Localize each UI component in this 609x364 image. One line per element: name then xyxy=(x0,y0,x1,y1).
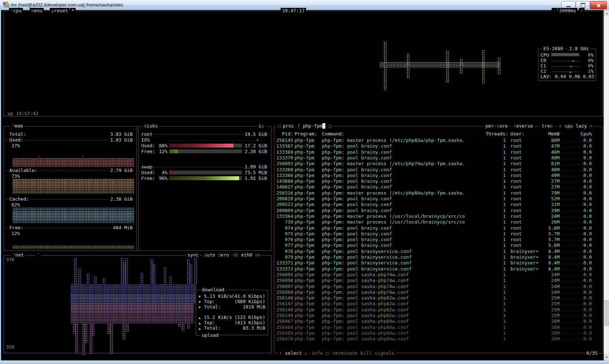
cell-pid: 256149 xyxy=(276,313,293,318)
col-mem[interactable]: MemB xyxy=(538,131,560,137)
cell-cmd: php-fpm: pool sasha-php74w.conf xyxy=(322,272,409,278)
process-row[interactable]: 256468php-fpmphp-fpm: pool sasha-php84w.… xyxy=(274,325,603,330)
process-row[interactable]: 739php-fpmphp-fpm: master process (/usr/… xyxy=(274,219,603,225)
cell-cpu: 0.0 xyxy=(576,272,592,278)
process-row[interactable]: 143688php-fpmphp-fpm: pool brainy.conf1r… xyxy=(274,178,603,184)
process-row[interactable]: 200523php-fpmphp-fpm: pool brainy.conf1r… xyxy=(274,202,603,207)
process-row[interactable]: 200810php-fpmphp-fpm: pool brainy.conf1r… xyxy=(274,196,603,202)
process-row[interactable]: 256096php-fpmphp-fpm: pool sasha-php74w.… xyxy=(274,278,603,283)
cell-thr: 1 xyxy=(486,173,506,178)
col-user[interactable]: User: xyxy=(510,131,524,137)
process-row[interactable]: 256097php-fpmphp-fpm: pool sasha-php74w.… xyxy=(274,284,603,289)
tree-toggle[interactable]: tree xyxy=(540,123,554,129)
disk-root-free-row: Free: 12% 2.38 GiB xyxy=(139,149,271,154)
process-row[interactable]: 256098php-fpmphp-fpm: pool sasha-php74w.… xyxy=(274,289,603,295)
cell-thr: 1 xyxy=(486,155,506,161)
terminate-action[interactable]: terminate xyxy=(331,350,359,356)
process-row[interactable]: 133369php-fpmphp-fpm: pool brainy.conf1r… xyxy=(274,149,603,155)
cell-cpu: 0.0 xyxy=(576,249,592,254)
process-row[interactable]: 975php-fpmphp-fpm: pool brainy.conf1root… xyxy=(274,231,603,237)
cell-pid: 975 xyxy=(276,231,293,237)
select-up-arrow[interactable]: ↑ xyxy=(278,350,284,356)
process-row[interactable]: 977php-fpmphp-fpm: pool brainy.conf1root… xyxy=(274,243,603,248)
tab-disks[interactable]: disks xyxy=(142,123,159,129)
tab-cpu[interactable]: ¹cpu xyxy=(9,8,23,14)
graph-dots xyxy=(13,187,134,194)
process-row[interactable]: 133372php-fpmphp-fpm: pool brainyservice… xyxy=(274,266,603,272)
interval-decrease-button[interactable]: - xyxy=(552,8,557,14)
process-row[interactable]: 978php-fpmphp-fpm: pool brainyservice.co… xyxy=(274,249,603,254)
close-button[interactable] xyxy=(590,1,607,9)
select-down-arrow[interactable]: ↓ xyxy=(303,350,309,356)
cell-cmd: php-fpm: pool brainy.conf xyxy=(322,167,392,173)
scroll-up-button[interactable]: ▲ xyxy=(604,10,609,16)
process-row[interactable]: 256149php-fpmphp-fpm: pool sasha-php82w.… xyxy=(274,313,603,318)
process-row[interactable]: 133366php-fpmphp-fpm: pool brainy.conf1r… xyxy=(274,173,603,178)
process-row[interactable]: 200809php-fpmphp-fpm: pool brainy.conf1r… xyxy=(274,208,603,214)
process-row[interactable]: 133371php-fpmphp-fpm: pool brainyservice… xyxy=(274,260,603,266)
disk-io-marker xyxy=(257,139,258,140)
process-row[interactable]: 133367php-fpmphp-fpm: pool brainy.conf1r… xyxy=(274,143,603,149)
tab-io[interactable]: io xyxy=(257,123,266,129)
menu-button[interactable]: menu xyxy=(30,8,44,14)
col-pid[interactable]: Pid: xyxy=(276,131,293,137)
graph-dots xyxy=(74,258,77,284)
tab-proc[interactable]: proc xyxy=(281,123,295,129)
process-row[interactable]: 256316php-fpmphp-fpm: master process (/e… xyxy=(274,190,603,196)
signals-action[interactable]: signals xyxy=(373,350,396,356)
scroll-down-button[interactable]: ▼ xyxy=(604,354,609,360)
cell-mem: 25M xyxy=(538,307,560,313)
preset-button[interactable]: preset xyxy=(50,8,70,14)
process-row[interactable]: 256470php-fpmphp-fpm: pool sasha-php84w.… xyxy=(274,336,603,342)
process-row[interactable]: 133370php-fpmphp-fpm: pool brainy.conf1r… xyxy=(274,155,603,161)
cell-cmd: php-fpm: master process (/usr/local/brai… xyxy=(322,214,465,219)
col-program[interactable]: Program: xyxy=(295,131,317,137)
process-row[interactable]: 256148php-fpmphp-fpm: pool sasha-php82w.… xyxy=(274,307,603,313)
cell-cpu: 0.0 xyxy=(576,325,592,330)
scrollbar-thumb[interactable] xyxy=(604,300,609,326)
col-threads[interactable]: Threads: xyxy=(486,131,506,137)
scrollbar[interactable]: ▲ ▼ xyxy=(604,10,609,360)
process-row[interactable]: 256469php-fpmphp-fpm: pool sasha-php84w.… xyxy=(274,330,603,336)
window-title: mc [root@a202.itdeveloper.com.ua]:/home/… xyxy=(11,2,123,8)
graph-dots xyxy=(498,57,500,75)
interval-increase-button[interactable]: + xyxy=(579,8,585,14)
cell-thr: 1 xyxy=(486,313,506,318)
per-core-toggle[interactable]: per-core xyxy=(484,123,509,129)
process-row[interactable]: 133368php-fpmphp-fpm: pool brainy.conf1r… xyxy=(274,167,603,173)
process-row[interactable]: 979php-fpmphp-fpm: pool brainyservice.co… xyxy=(274,254,603,260)
info-action[interactable]: info xyxy=(310,350,324,356)
process-filter-input[interactable]: f php-fpm█ xyxy=(296,123,327,129)
cell-cmd: php-fpm: pool sasha-php84w.conf xyxy=(322,330,409,336)
sort-column-selector[interactable]: < cpu lazy > xyxy=(557,123,594,129)
process-row[interactable]: 256146php-fpmphp-fpm: pool sasha-php82w.… xyxy=(274,295,603,301)
select-action[interactable]: select xyxy=(284,350,303,356)
process-row[interactable]: 256093php-fpmphp-fpm: master process (/e… xyxy=(274,161,603,167)
cell-cpu: 0.0 xyxy=(576,307,592,313)
cell-cmd: php-fpm: master process (/etc/php84w/php… xyxy=(322,190,465,196)
process-row[interactable]: 256145php-fpmphp-fpm: master process (/e… xyxy=(274,138,603,143)
cell-thr: 1 xyxy=(486,243,506,248)
graph-dots xyxy=(482,50,485,84)
process-row[interactable]: 256467php-fpmphp-fpm: pool sasha-php84w.… xyxy=(274,318,603,324)
cell-thr: 1 xyxy=(486,202,506,207)
kill-action[interactable]: kill xyxy=(359,350,373,356)
cell-user: brainyser+ xyxy=(510,254,538,260)
graph-dots xyxy=(78,268,81,284)
info-box-icon: □ xyxy=(324,350,330,356)
process-row[interactable]: 256095php-fpmphp-fpm: pool sasha-php74w.… xyxy=(274,272,603,278)
process-row[interactable]: 976php-fpmphp-fpm: pool brainy.conf1root… xyxy=(274,237,603,243)
process-row[interactable]: 146627php-fpmphp-fpm: pool brainy.conf1r… xyxy=(274,184,603,190)
process-row[interactable]: 133364php-fpmphp-fpm: master process (/u… xyxy=(274,214,603,219)
process-row[interactable]: 974php-fpmphp-fpm: pool brainy.conf1root… xyxy=(274,225,603,231)
graph-dots xyxy=(178,324,181,327)
reverse-toggle[interactable]: reverse xyxy=(512,123,534,129)
col-command[interactable]: Command: xyxy=(322,131,344,137)
cell-prog: php-fpm xyxy=(295,208,314,214)
core2-sparkline xyxy=(551,71,579,72)
cell-prog: php-fpm xyxy=(295,237,314,243)
putty-window: mc [root@a202.itdeveloper.com.ua]:/home/… xyxy=(0,0,609,364)
col-cpu[interactable]: Cpu% xyxy=(576,131,592,137)
process-row[interactable]: 256147php-fpmphp-fpm: pool sasha-php82w.… xyxy=(274,301,603,307)
cell-thr: 1 xyxy=(486,336,506,342)
